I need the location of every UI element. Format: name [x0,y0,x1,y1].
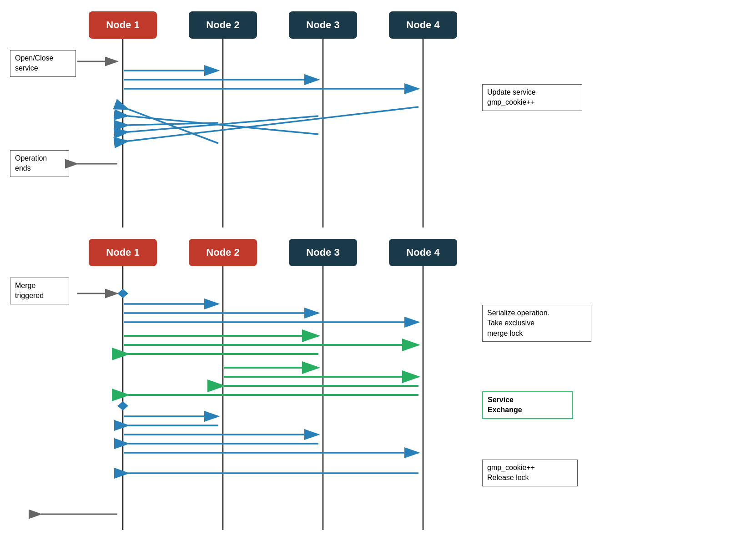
label-merge-triggered: Mergetriggered [10,278,69,304]
node-2-top: Node 2 [189,11,257,39]
arrows-svg [0,0,756,546]
diamond-n1-2 [117,401,128,410]
label-gmp-release: gmp_cookie++Release lock [482,460,578,486]
node-1-top: Node 1 [89,11,157,39]
arrow-n4-n1-ret [128,107,418,141]
arrow-n2-n1-ret [128,123,218,125]
label-operation-ends: Operationends [10,150,69,177]
node-4-top: Node 4 [389,11,457,39]
label-serialize: Serialize operation.Take exclusivemerge … [482,305,591,342]
diamond-n1-1 [117,289,128,298]
arrow-n2-cross-1 [128,109,218,143]
node-3-bottom: Node 3 [289,239,357,266]
label-service-exchange: ServiceExchange [482,391,573,419]
arrow-n3-cross-1 [128,116,318,134]
node-2-bottom: Node 2 [189,239,257,266]
arrow-n3-n1-ret [128,116,318,132]
label-open-close: Open/Closeservice [10,50,76,77]
node-1-bottom: Node 1 [89,239,157,266]
node-3-top: Node 3 [289,11,357,39]
label-update-service: Update servicegmp_cookie++ [482,84,582,111]
diagram-container: Node 1 Node 2 Node 3 Node 4 Node 1 Node … [0,0,756,546]
node-4-bottom: Node 4 [389,239,457,266]
